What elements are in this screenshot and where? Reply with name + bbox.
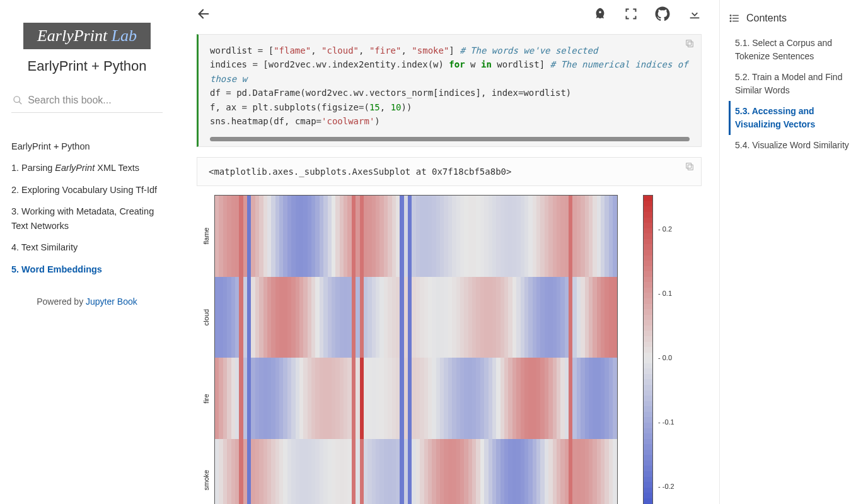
site-logo[interactable]: EarlyPrint Lab: [11, 23, 163, 49]
toc-item[interactable]: 5.2. Train a Model and Find Similar Word…: [729, 67, 858, 101]
svg-rect-3: [688, 42, 693, 47]
toc-list: 5.1. Select a Corpus and Tokenize Senten…: [729, 33, 858, 156]
heatmap-plot: flamecloudfiresmoke 02468101214161820222…: [197, 191, 702, 504]
download-icon[interactable]: [688, 7, 702, 23]
horizontal-scrollbar[interactable]: [210, 137, 690, 141]
output-text: <matplotlib.axes._subplots.AxesSubplot a…: [209, 167, 511, 177]
svg-rect-4: [686, 40, 692, 45]
code-cell: wordlist = ["flame", "cloud", "fire", "s…: [197, 34, 702, 147]
nav-item[interactable]: 5. Word Embeddings: [11, 259, 163, 280]
github-icon[interactable]: [655, 6, 670, 24]
svg-rect-6: [686, 163, 692, 168]
output-cell: <matplotlib.axes._subplots.AxesSubplot a…: [197, 157, 702, 186]
fullscreen-icon[interactable]: [625, 8, 637, 23]
colorbar: - 0.2- 0.1- 0.0- -0.1- -0.2: [643, 195, 674, 504]
nav-left: EarlyPrint + Python1. Parsing EarlyPrint…: [11, 136, 163, 280]
search-icon: [13, 95, 23, 106]
site-title: EarlyPrint + Python: [11, 58, 163, 74]
main-content: wordlist = ["flame", "cloud", "fire", "s…: [174, 0, 719, 504]
sidebar-left: EarlyPrint Lab EarlyPrint + Python Early…: [0, 0, 174, 504]
nav-item[interactable]: EarlyPrint + Python: [11, 136, 163, 157]
jupyter-book-link[interactable]: Jupyter Book: [86, 296, 137, 307]
sidebar-right: Contents 5.1. Select a Corpus and Tokeni…: [719, 0, 868, 504]
toc-item[interactable]: 5.3. Accessing and Visualizing Vectors: [729, 101, 858, 135]
nav-item[interactable]: 1. Parsing EarlyPrint XML Texts: [11, 157, 163, 179]
copy-icon[interactable]: [685, 161, 697, 174]
heatmap-grid: [214, 195, 618, 504]
svg-point-10: [730, 15, 731, 16]
powered-by: Powered by Jupyter Book: [11, 296, 163, 307]
nav-item[interactable]: 2. Exploring Vocabulary Using Tf-Idf: [11, 179, 163, 201]
list-icon: [729, 13, 740, 24]
nav-item[interactable]: 4. Text Similarity: [11, 237, 163, 258]
svg-line-1: [19, 102, 21, 104]
back-icon[interactable]: [197, 7, 211, 23]
search-input[interactable]: [28, 95, 161, 106]
nav-item[interactable]: 3. Working with Metadata, Creating Text …: [11, 201, 163, 237]
copy-icon[interactable]: [685, 38, 697, 51]
svg-point-12: [730, 21, 731, 22]
svg-point-0: [14, 97, 20, 102]
svg-point-11: [730, 18, 731, 19]
search-box[interactable]: [11, 91, 163, 113]
code-lines: wordlist = ["flame", "cloud", "fire", "s…: [210, 44, 690, 128]
svg-rect-5: [688, 165, 693, 170]
y-axis-labels: flamecloudfiresmoke: [200, 195, 214, 504]
toc-item[interactable]: 5.4. Visualize Word Similarity: [729, 135, 858, 156]
toc-header: Contents: [729, 13, 858, 24]
toc-item[interactable]: 5.1. Select a Corpus and Tokenize Senten…: [729, 33, 858, 67]
colorbar-ticks: - 0.2- 0.1- 0.0- -0.1- -0.2: [658, 195, 674, 504]
topbar: [197, 0, 702, 34]
rocket-icon[interactable]: [593, 7, 607, 23]
